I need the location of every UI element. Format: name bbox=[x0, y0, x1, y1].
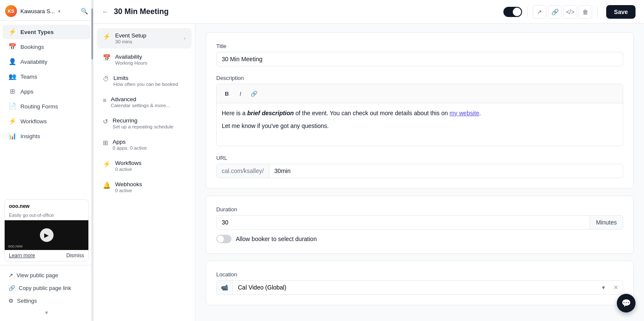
delete-button[interactable]: 🗑 bbox=[579, 5, 592, 19]
toggle-knob bbox=[217, 236, 224, 242]
chevron-down-icon: ▾ bbox=[58, 9, 60, 14]
event-types-icon: ⚡ bbox=[8, 28, 16, 36]
url-row: cal.com/ksalley/ bbox=[216, 164, 623, 178]
save-button[interactable]: Save bbox=[606, 5, 636, 19]
sidebar-item-bookings[interactable]: 📅 Bookings bbox=[3, 40, 90, 54]
duration-unit: Minutes bbox=[590, 216, 623, 229]
form-area: Title Description B I 🔗 Here is a brief … bbox=[195, 24, 644, 321]
mid-nav-item-left: ⚡ Event Setup 30 mins bbox=[103, 32, 147, 44]
sidebar-item-label: Event Types bbox=[20, 29, 54, 35]
mid-nav-apps[interactable]: ⊞ Apps 0 apps, 0 active bbox=[97, 134, 192, 155]
promo-video-label: ooo.new bbox=[8, 244, 23, 248]
copy-public-link-button[interactable]: 🔗 Copy public page link bbox=[3, 282, 90, 294]
location-select[interactable]: Cal Video (Global) bbox=[233, 281, 598, 294]
teams-icon: 👥 bbox=[8, 73, 16, 80]
advanced-label: Advanced bbox=[111, 96, 170, 102]
description-line2: Let me know if you've got any questions. bbox=[222, 121, 618, 131]
link-button[interactable]: 🔗 bbox=[548, 5, 562, 19]
user-menu[interactable]: KS Kawusara S... ▾ bbox=[5, 5, 60, 17]
divider2 bbox=[597, 7, 598, 17]
sidebar-item-teams[interactable]: 👥 Teams bbox=[3, 69, 90, 84]
mid-nav-webhooks[interactable]: 🔔 Webhooks 0 active bbox=[97, 177, 192, 197]
code-button[interactable]: </> bbox=[563, 5, 577, 19]
workflows-icon: ⚡ bbox=[8, 117, 16, 125]
advanced-icon: ≡ bbox=[103, 97, 107, 104]
bold-button[interactable]: B bbox=[221, 88, 233, 99]
recurring-sub: Set up a repeating schedule bbox=[113, 124, 173, 129]
external-link-button[interactable]: ↗ bbox=[533, 5, 546, 19]
sidebar-item-workflows[interactable]: ⚡ Workflows bbox=[3, 114, 90, 128]
enable-toggle[interactable] bbox=[503, 7, 522, 17]
duration-row: Minutes bbox=[216, 215, 623, 230]
description-editor: B I 🔗 Here is a brief description of the… bbox=[216, 84, 623, 146]
url-input[interactable] bbox=[269, 164, 623, 178]
duration-input[interactable] bbox=[217, 216, 590, 229]
mid-nav: ⚡ Event Setup 30 mins › 📅 Availability W… bbox=[93, 24, 195, 321]
view-public-page-link[interactable]: ↗ View public page bbox=[3, 269, 90, 281]
description-label: Description bbox=[216, 75, 623, 81]
mid-nav-recurring[interactable]: ↺ Recurring Set up a repeating schedule bbox=[97, 113, 192, 134]
apps-nav-icon: ⊞ bbox=[103, 139, 108, 147]
basic-info-section: Title Description B I 🔗 Here is a brief … bbox=[206, 32, 634, 189]
avatar: KS bbox=[5, 5, 17, 17]
recurring-label: Recurring bbox=[113, 117, 173, 124]
mid-nav-limits[interactable]: ⏱ Limits How often you can be booked bbox=[97, 71, 192, 91]
bold-italic-text: brief description bbox=[247, 110, 294, 116]
event-setup-sub: 30 mins bbox=[115, 39, 147, 44]
description-toolbar: B I 🔗 bbox=[217, 84, 623, 103]
video-icon: 📹 bbox=[217, 281, 233, 294]
search-icon[interactable]: 🔍 bbox=[81, 8, 88, 14]
sidebar-item-routing-forms[interactable]: 📄 Routing Forms bbox=[3, 99, 90, 114]
scroll-down-button[interactable]: ▾ bbox=[0, 307, 93, 318]
toggle-switch[interactable] bbox=[503, 7, 522, 17]
availability-nav-icon: 📅 bbox=[103, 54, 111, 62]
play-icon[interactable]: ▶ bbox=[40, 228, 54, 242]
sidebar-item-availability[interactable]: 👤 Availability bbox=[3, 54, 90, 69]
event-setup-label: Event Setup bbox=[115, 32, 147, 39]
sidebar-item-insights[interactable]: 📊 Insights bbox=[3, 129, 90, 143]
webhooks-label: Webhooks bbox=[115, 181, 142, 187]
italic-button[interactable]: I bbox=[234, 88, 246, 99]
url-prefix: cal.com/ksalley/ bbox=[217, 164, 269, 178]
url-label: URL bbox=[216, 155, 623, 161]
title-input[interactable] bbox=[216, 52, 623, 66]
workflows-nav-icon: ⚡ bbox=[103, 160, 111, 168]
allow-select-row: Allow booker to select duration bbox=[216, 235, 623, 243]
location-label: Location bbox=[216, 271, 623, 278]
remove-location-button[interactable]: ✕ bbox=[609, 281, 623, 294]
mid-nav-advanced[interactable]: ≡ Advanced Calendar settings & more... bbox=[97, 92, 192, 112]
settings-icon: ⚙ bbox=[8, 298, 14, 304]
workflows-nav-label: Workflows bbox=[115, 160, 141, 166]
sidebar-item-label: Routing Forms bbox=[20, 103, 58, 110]
sidebar-item-event-types[interactable]: ⚡ Event Types bbox=[3, 25, 90, 39]
promo-title: ooo.new bbox=[5, 200, 88, 213]
back-button[interactable]: ← bbox=[102, 8, 109, 16]
promo-video[interactable]: ▶ ooo.new bbox=[5, 220, 88, 250]
settings-link[interactable]: ⚙ Settings bbox=[3, 295, 90, 307]
mid-nav-event-setup[interactable]: ⚡ Event Setup 30 mins › bbox=[97, 28, 192, 48]
promo-card: ooo.new Easily go out-of-office ▶ ooo.ne… bbox=[4, 199, 89, 261]
description-body[interactable]: Here is a brief description of the event… bbox=[217, 103, 623, 146]
dismiss-button[interactable]: Dismiss bbox=[66, 253, 84, 259]
location-select-wrap: 📹 Cal Video (Global) ▾ ✕ bbox=[216, 280, 623, 295]
website-link[interactable]: my website bbox=[449, 110, 479, 116]
link-tool-button[interactable]: 🔗 bbox=[248, 88, 260, 99]
sidebar-item-apps[interactable]: ⊞ Apps bbox=[3, 84, 90, 99]
main-area: ← 30 Min Meeting ↗ 🔗 </> 🗑 Save ⚡ bbox=[93, 0, 644, 321]
page-title: 30 Min Meeting bbox=[114, 7, 498, 16]
learn-more-button[interactable]: Learn more bbox=[9, 253, 35, 259]
mid-nav-availability[interactable]: 📅 Availability Working Hours bbox=[97, 49, 192, 70]
duration-section: Duration Minutes Allow booker to select … bbox=[206, 196, 634, 254]
support-chat-button[interactable]: 💬 bbox=[617, 294, 636, 312]
webhooks-icon: 🔔 bbox=[103, 182, 111, 189]
promo-subtitle: Easily go out-of-office bbox=[5, 213, 88, 220]
apps-nav-label: Apps bbox=[113, 139, 147, 145]
promo-actions: Learn more Dismiss bbox=[5, 250, 88, 261]
event-setup-icon: ⚡ bbox=[103, 33, 111, 40]
mid-nav-workflows[interactable]: ⚡ Workflows 0 active bbox=[97, 156, 192, 176]
allow-select-toggle[interactable] bbox=[216, 235, 232, 243]
sidebar: KS Kawusara S... ▾ 🔍 ⚡ Event Types 📅 Boo… bbox=[0, 0, 93, 321]
advanced-sub: Calendar settings & more... bbox=[111, 103, 170, 108]
allow-select-label: Allow booker to select duration bbox=[236, 236, 317, 242]
description-line1: Here is a brief description of the event… bbox=[222, 108, 618, 118]
